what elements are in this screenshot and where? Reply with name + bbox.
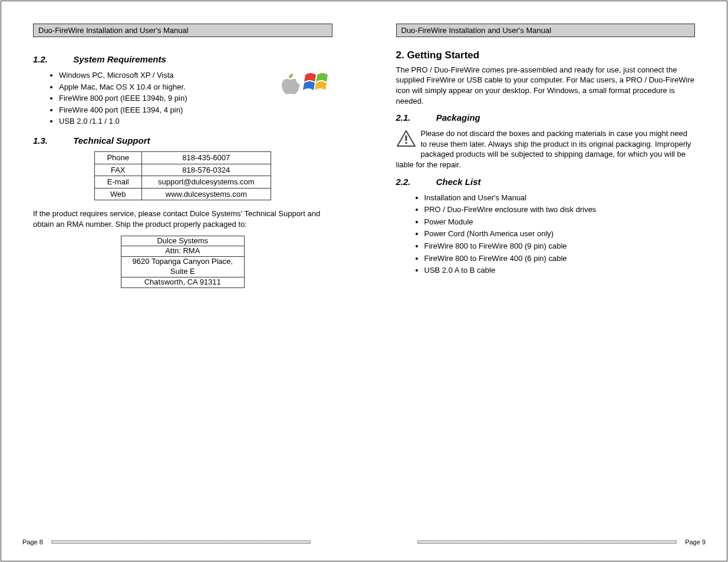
heading-1-2-title: System Requirements: [73, 54, 166, 64]
list-item: Power Cord (North America user only): [424, 229, 696, 239]
windows-icon: [303, 71, 329, 98]
heading-2-2-num: 2.2.: [396, 176, 434, 188]
heading-1-3-num: 1.3.: [33, 135, 71, 147]
list-item: FireWire 400 port (IEEE 1394, 4 pin): [59, 105, 332, 115]
header-title: Duo-FireWire Installation and User's Man…: [33, 24, 332, 37]
page-right: Duo-FireWire Installation and User's Man…: [364, 1, 727, 561]
footer-rule: [417, 540, 677, 544]
list-item: Installation and User's Manual: [424, 193, 696, 203]
list-item: PRO / Duo-FireWire enclosure with two di…: [424, 204, 696, 215]
apple-icon: [278, 71, 299, 98]
address-table: Dulce Systems Attn: RMA 9620 Topanga Can…: [121, 236, 245, 288]
contact-value: support@dulcesystems.com: [141, 176, 271, 189]
contact-label: FAX: [94, 164, 141, 176]
address-line: 9620 Topanga Canyon Place,: [121, 257, 244, 267]
header-bar-right: Duo-FireWire Installation and User's Man…: [396, 24, 696, 37]
content-left: 1.2. System Requirements: [19, 48, 347, 296]
intro-paragraph: The PRO / Duo-FireWire comes pre-assembl…: [396, 65, 696, 106]
header-title: Duo-FireWire Installation and User's Man…: [396, 24, 696, 37]
contact-label: Web: [94, 188, 141, 200]
contact-label: E-mail: [94, 176, 141, 189]
contact-value: www.dulcesystems.com: [141, 188, 271, 200]
heading-1-2-num: 1.2.: [33, 54, 71, 65]
heading-1-3: 1.3. Technical Support: [33, 135, 332, 147]
heading-2-1-num: 2.1.: [396, 112, 434, 124]
address-line: Dulce Systems: [121, 236, 244, 246]
heading-2-2: 2.2. Check List: [396, 176, 696, 188]
address-line: Attn: RMA: [121, 246, 244, 257]
page-number: Page 8: [19, 538, 47, 546]
table-row: E-mail support@dulcesystems.com: [94, 176, 271, 189]
list-item: USB 2.0 /1.1 / 1.0: [59, 116, 332, 127]
footer-rule: [51, 540, 311, 544]
packaging-block: Please do not discard the boxes and pack…: [396, 128, 696, 170]
heading-2-1: 2.1. Packaging: [396, 112, 696, 124]
os-logos: [278, 71, 329, 98]
svg-rect-0: [405, 135, 407, 141]
table-row: Phone 818-435-6007: [94, 152, 271, 164]
warning-icon: [396, 130, 416, 150]
contact-value: 818-576-0324: [141, 164, 271, 176]
list-item: FireWire 800 to FireWire 400 (6 pin) cab…: [424, 253, 696, 264]
footer-right: Page 9: [382, 538, 710, 546]
address-line: Chatsworth, CA 91311: [121, 277, 244, 288]
svg-rect-1: [405, 142, 407, 144]
heading-2: 2. Getting Started: [396, 49, 696, 62]
check-list: Installation and User's Manual PRO / Duo…: [396, 193, 696, 276]
heading-2-2-title: Check List: [436, 177, 481, 187]
contact-table: Phone 818-435-6007 FAX 818-576-0324 E-ma…: [94, 151, 271, 200]
rma-paragraph: If the product requires service, please …: [33, 209, 332, 229]
heading-2-1-title: Packaging: [436, 113, 480, 123]
heading-1-3-title: Technical Support: [73, 135, 150, 146]
footer-left: Page 8: [19, 538, 347, 546]
header-bar-left: Duo-FireWire Installation and User's Man…: [33, 24, 332, 37]
contact-value: 818-435-6007: [141, 152, 271, 164]
list-item: Power Module: [424, 217, 696, 227]
contact-label: Phone: [94, 152, 141, 164]
page-number: Page 9: [681, 538, 709, 546]
heading-1-2: 1.2. System Requirements: [33, 54, 332, 65]
table-row: FAX 818-576-0324: [94, 164, 271, 176]
packaging-text: Please do not discard the boxes and pack…: [396, 129, 691, 169]
list-item: FireWire 800 to FireWire 800 (9 pin) cab…: [424, 241, 696, 252]
content-right: 2. Getting Started The PRO / Duo-FireWir…: [382, 48, 710, 284]
list-item: USB 2.0 A to B cable: [424, 265, 696, 276]
table-row: Web www.dulcesystems.com: [94, 188, 271, 200]
page-left: Duo-FireWire Installation and User's Man…: [1, 1, 364, 561]
address-line: Suite E: [121, 267, 244, 277]
